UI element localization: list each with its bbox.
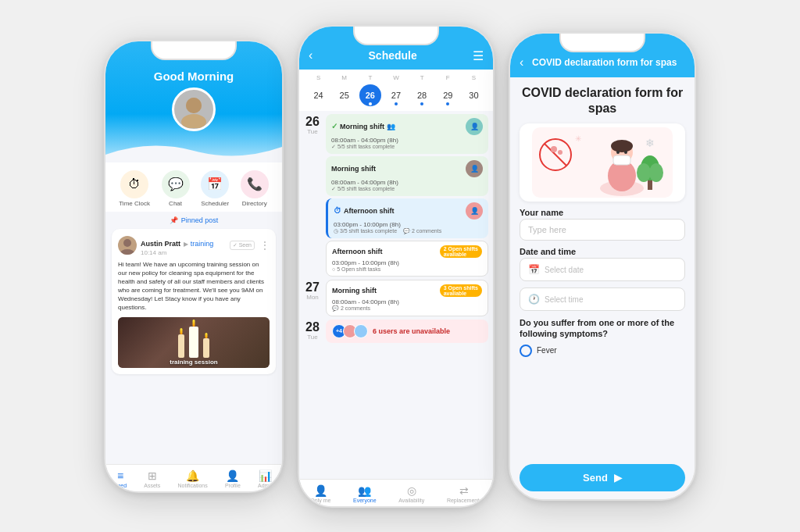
chat-icon-item[interactable]: 💬 Chat (162, 170, 190, 207)
feed-post: Austin Pratt ▶ training 10:14 am ✓ Seen … (112, 229, 276, 374)
shift-1-team-icon: 👥 (387, 123, 395, 130)
covid-form-header-title: COVID declaration form for spas (523, 57, 685, 68)
scheduler-label: Scheduler (201, 200, 229, 207)
name-input[interactable]: Type here (520, 219, 685, 241)
shift-3-title: ⏱ Afternoon shift (334, 206, 395, 215)
svg-point-4 (120, 249, 134, 255)
shift-card-day27[interactable]: Morning shift 3 Open shiftsavailable 08:… (326, 280, 488, 316)
send-button-label: Send (583, 472, 608, 484)
time-clock-icon-item[interactable]: ⏱ Time Clock (119, 170, 150, 207)
calendar: S M T W T F S 24 25 26 27 28 29 30 (299, 70, 493, 111)
svg-point-1 (181, 114, 206, 128)
day-28-name: Tue (307, 334, 318, 341)
send-button[interactable]: Send ▶ (520, 464, 685, 491)
directory-icon-item[interactable]: 📞 Directory (241, 170, 269, 207)
shift-4-title: Afternoon shift (332, 248, 383, 255)
date-input[interactable]: 📅 Select date (520, 258, 685, 281)
symptom-fever-item[interactable]: Fever (520, 341, 685, 360)
svg-point-19 (637, 163, 651, 182)
time-input[interactable]: 🕐 Select time (520, 287, 685, 311)
post-author-line: Austin Pratt ▶ training (141, 235, 226, 249)
shift-3-avatar: 👤 (466, 202, 483, 220)
cal-date-24[interactable]: 24 (308, 84, 330, 106)
cal-date-29[interactable]: 29 (437, 84, 459, 106)
cal-date-27[interactable]: 27 (385, 84, 407, 106)
day-28-shifts: +4 6 users are unavailable (326, 320, 488, 343)
cal-date-26-today[interactable]: 26 (359, 84, 381, 106)
nav-profile[interactable]: 👤 Profile (225, 470, 241, 488)
phone-notch-1 (151, 41, 237, 60)
cal-date-30[interactable]: 30 (462, 84, 484, 106)
day-28-label: 28 Tue (304, 320, 321, 343)
nav-only-me[interactable]: 👤 Only me (310, 484, 330, 503)
replacements-icon: ⇄ (459, 484, 469, 497)
shift-3-meta: ◷ 3/5 shift tasks complete 💬 2 comments (334, 228, 483, 234)
list-view-icon[interactable]: ☰ (473, 48, 484, 63)
shift-4-header: Afternoon shift 2 Open shiftsavailable (332, 245, 482, 258)
form-illustration: ❄ ✳ (520, 123, 685, 202)
time-clock-label: Time Clock (119, 200, 150, 207)
name-label: Your name (520, 208, 685, 217)
pinned-post-label: 📌 Pinned post (112, 216, 276, 224)
notifications-nav-label: Notifications (178, 483, 208, 488)
phone-notch-2 (353, 27, 439, 45)
day-26-shifts: ✓ Morning shift 👥 👤 08:00am - 04:00pm (8… (326, 114, 488, 277)
unavailable-card: +4 6 users are unavailable (326, 320, 488, 343)
only-me-label: Only me (310, 498, 330, 503)
user-avatar (172, 87, 216, 131)
nav-admin[interactable]: 📊 Admin (258, 470, 273, 488)
date-placeholder: Select date (545, 266, 584, 274)
symptom-fever-checkbox[interactable] (520, 345, 532, 357)
nav-replacements[interactable]: ⇄ Replacements (447, 484, 482, 503)
shift-1-header: ✓ Morning shift 👥 👤 (331, 118, 483, 135)
day-27-num: 27 (305, 281, 320, 294)
day-27-name: Mon (306, 294, 319, 301)
profile-nav-label: Profile (225, 483, 241, 488)
shift-card-1[interactable]: ✓ Morning shift 👥 👤 08:00am - 04:00pm (8… (326, 114, 488, 154)
day-s1: S (308, 74, 330, 81)
post-body: Hi team! We have an upcoming training se… (118, 260, 270, 312)
post-menu-icon[interactable]: ⋮ (260, 240, 270, 251)
assets-nav-icon: ⊞ (148, 470, 157, 482)
greeting-text: Good Morning (105, 70, 282, 83)
symptoms-field-group: Do you suffer from one or more of the fo… (520, 317, 685, 360)
chat-circle: 💬 (162, 170, 190, 198)
nav-availability[interactable]: ◎ Availability (398, 484, 424, 503)
svg-point-2 (186, 98, 202, 113)
nav-everyone[interactable]: 👥 Everyone (353, 484, 377, 503)
only-me-icon: 👤 (314, 484, 327, 497)
nav-feed[interactable]: ≡ Feed (114, 470, 127, 488)
shift-4-time: 03:00pm - 10:00pm (8h) (332, 259, 482, 266)
svg-point-3 (123, 239, 131, 247)
svg-point-15 (616, 151, 620, 154)
availability-icon: ◎ (407, 484, 416, 497)
shift-day27-meta: 💬 2 comments (332, 305, 482, 312)
shift-2-time: 08:00am - 04:00pm (8h) (331, 179, 483, 186)
cal-date-28[interactable]: 28 (411, 84, 433, 106)
bottom-nav: ≡ Feed ⊞ Assets 🔔 Notifications 👤 Profil… (105, 464, 282, 491)
day-m: M (334, 74, 355, 81)
nav-notifications[interactable]: 🔔 Notifications (178, 470, 208, 488)
scheduler-icon-item[interactable]: 📅 Scheduler (201, 170, 229, 207)
admin-nav-icon: 📊 (259, 470, 272, 482)
day-t1: T (359, 74, 381, 81)
shift-day27-open-badge: 3 Open shiftsavailable (440, 284, 482, 297)
directory-circle: 📞 (241, 170, 269, 198)
shift-2-meta: ✓ 5/5 shift tasks complete (331, 186, 483, 192)
post-image: training session (118, 317, 270, 368)
nav-assets[interactable]: ⊞ Assets (144, 470, 160, 488)
availability-label: Availability (398, 498, 424, 503)
shift-card-3[interactable]: ⏱ Afternoon shift 👤 03:00pm - 10:00pm (8… (326, 198, 488, 238)
shift-card-4[interactable]: Afternoon shift 2 Open shiftsavailable 0… (326, 241, 488, 277)
time-clock-circle: ⏱ (120, 170, 148, 198)
shift-2-avatar: 👤 (466, 160, 483, 177)
day-28-group: 28 Tue +4 6 users are unavailable (304, 320, 488, 343)
name-field-group: Your name Type here (520, 208, 685, 241)
shift-card-2[interactable]: Morning shift 👤 08:00am - 04:00pm (8h) ✓… (326, 156, 488, 196)
day-26-num: 26 (305, 116, 320, 128)
calendar-dates: 24 25 26 27 28 29 30 (305, 84, 487, 106)
form-main-title: COVID declaration form for spas (520, 85, 685, 118)
mini-avatar-2 (354, 324, 368, 338)
day-27-label: 27 Mon (304, 280, 321, 316)
cal-date-25[interactable]: 25 (334, 84, 355, 106)
